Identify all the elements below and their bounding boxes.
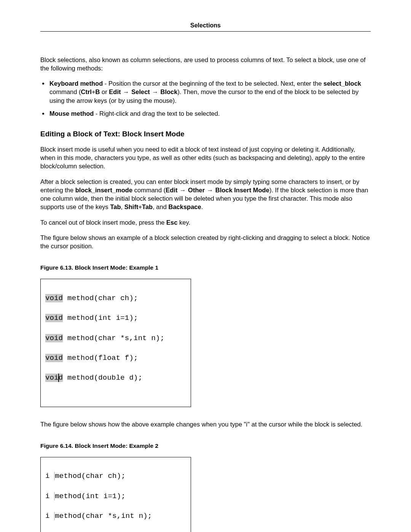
- code-line: void method(char *s,int n);: [45, 333, 186, 343]
- list-item: Mouse method - Right-click and drag the …: [49, 109, 371, 118]
- figure-caption: Figure 6.13. Block Insert Mode: Example …: [40, 264, 371, 272]
- block-selection: void: [45, 334, 63, 342]
- code-line: i method(char ch);: [45, 471, 186, 481]
- arrow-icon: →: [205, 187, 215, 193]
- menu-other: Other: [188, 187, 205, 193]
- text: command (: [49, 88, 81, 95]
- code-text: method(char ch);: [63, 294, 138, 302]
- menu-edit: Edit: [109, 88, 121, 95]
- code-line: void method(int i=1);: [45, 313, 186, 323]
- method-list: Keyboard method - Position the cursor at…: [40, 79, 371, 118]
- text: key.: [177, 219, 190, 226]
- header-rule: [40, 31, 371, 32]
- block-selection: void: [45, 354, 63, 362]
- code-line: i method(char *s,int n);: [45, 511, 186, 521]
- code-text: method(char ch);: [55, 472, 126, 480]
- code-text: method(int i=1);: [63, 314, 138, 322]
- block-insert-mode-command: block_insert_mode: [75, 187, 132, 193]
- code-text: i: [45, 472, 54, 480]
- code-text: i: [45, 512, 54, 520]
- text: or: [100, 88, 109, 95]
- text: +: [92, 88, 96, 95]
- select-block-command: select_block: [323, 80, 361, 87]
- section-heading: Editing a Block of Text: Block Insert Mo…: [40, 129, 371, 139]
- text: - Right-click and drag the text to be se…: [94, 110, 220, 117]
- text: - Position the cursor at the beginning o…: [103, 80, 323, 87]
- list-item: Keyboard method - Position the cursor at…: [49, 79, 371, 105]
- block-selection: voi: [45, 374, 59, 382]
- menu-block-insert-mode: Block Insert Mode: [215, 187, 269, 193]
- paragraph: The figure below shows how the above exa…: [40, 420, 371, 428]
- code-line: i method(int i=1);: [45, 491, 186, 501]
- paragraph: To cancel out of block insert mode, pres…: [40, 218, 371, 227]
- code-text: method(float f);: [63, 354, 138, 362]
- key-ctrl: Ctrl: [81, 88, 92, 95]
- paragraph: Block insert mode is useful when you nee…: [40, 145, 371, 171]
- code-line: void method(double d);: [45, 373, 186, 383]
- key-shift: Shift: [124, 203, 139, 210]
- key-backspace: Backspace: [168, 203, 201, 210]
- code-text: method(double d);: [63, 374, 142, 382]
- text: ,: [121, 203, 124, 210]
- code-text: method(int i=1);: [55, 492, 126, 500]
- paragraph: The figure below shows an example of a b…: [40, 233, 371, 251]
- code-example-2: i method(char ch); i method(int i=1); i …: [40, 457, 191, 532]
- key-b: B: [96, 88, 100, 95]
- document-page: Selections Block selections, also known …: [0, 0, 411, 532]
- code-line: void method(char ch);: [45, 293, 186, 303]
- text: +: [138, 203, 142, 210]
- arrow-icon: →: [177, 187, 188, 193]
- text-cursor: d: [59, 374, 63, 382]
- text: .: [201, 203, 203, 210]
- arrow-icon: →: [121, 88, 132, 95]
- paragraph: After a block selection is created, you …: [40, 177, 371, 211]
- keyboard-method-label: Keyboard method: [49, 80, 103, 87]
- running-header: Selections: [40, 21, 371, 30]
- intro-paragraph: Block selections, also known as column s…: [40, 56, 371, 73]
- block-selection: void: [45, 314, 63, 322]
- code-text: i: [45, 492, 54, 500]
- text: To cancel out of block insert mode, pres…: [40, 219, 166, 226]
- mouse-method-label: Mouse method: [49, 110, 94, 117]
- menu-edit: Edit: [166, 187, 177, 193]
- key-esc: Esc: [166, 219, 177, 226]
- code-example-1: void method(char ch); void method(int i=…: [40, 279, 191, 407]
- key-tab: Tab: [110, 203, 121, 210]
- code-text: method(char *s,int n);: [55, 512, 152, 520]
- text: , and: [153, 203, 168, 210]
- key-tab: Tab: [142, 203, 153, 210]
- figure-caption: Figure 6.14. Block Insert Mode: Example …: [40, 442, 371, 450]
- code-line: void method(float f);: [45, 353, 186, 363]
- block-selection: void: [45, 294, 63, 302]
- menu-select: Select: [131, 88, 150, 95]
- menu-block: Block: [161, 88, 178, 95]
- code-text: method(char *s,int n);: [63, 334, 164, 342]
- text: command (: [132, 187, 166, 193]
- arrow-icon: →: [150, 88, 161, 95]
